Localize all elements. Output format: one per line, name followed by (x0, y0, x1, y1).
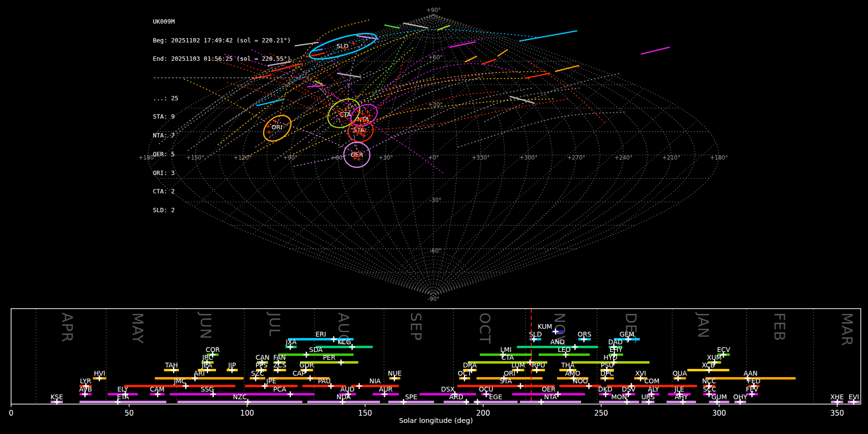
activity-label-ard: ARD (449, 393, 463, 401)
peak-marker-and (572, 344, 578, 350)
equator-longitude-label: +300° (519, 154, 537, 161)
meteor-track (364, 92, 499, 126)
x-axis-tick-label: 350 (830, 409, 844, 418)
equator-longitude-label: +240° (614, 154, 632, 161)
x-axis-tick-label: 150 (358, 409, 372, 418)
activity-label-hyd: HYD (604, 353, 618, 361)
activity-label-dad: DAD (608, 338, 623, 346)
count-sld: SLD: 2 (153, 207, 309, 214)
x-axis-tick-label: 250 (594, 409, 608, 418)
activity-label-nda: NDA (337, 393, 351, 401)
activity-label-dsx: DSX (441, 385, 455, 393)
activity-bar-jmc (124, 385, 235, 387)
meteor-trail-segment (438, 26, 449, 30)
month-label-jun: JUN (197, 312, 214, 339)
activity-label-aur: AUR (379, 385, 393, 393)
activity-label-zcs: ZCS (273, 361, 286, 369)
month-label-sep: SEP (407, 312, 424, 341)
activity-label-rpu: RPU (532, 361, 545, 369)
latitude-label: +90° (426, 7, 441, 14)
meteor-track (365, 99, 569, 130)
activity-label-tha: THA (561, 361, 575, 369)
pole-fan-arc (402, 256, 464, 271)
plot-canvas: SLDCTANTASTAOERORI+180°+150°+120°+90°+60… (0, 0, 868, 434)
activity-label-ahy: AHY (675, 393, 688, 401)
activity-bar-kcg (316, 346, 373, 348)
activity-label-sda: SDA (309, 346, 323, 353)
activity-label-aan: AAN (744, 369, 758, 377)
activity-label-xcb: XCB (702, 361, 715, 369)
activity-bar-eta (80, 401, 166, 403)
meteor-trail-segment (641, 47, 669, 54)
activity-bar-pau (302, 385, 346, 387)
radiant-marker (352, 41, 355, 45)
activity-label-and: AND (550, 338, 565, 346)
activity-label-gdr: GDR (299, 361, 314, 369)
count-oer: OER: 5 (153, 151, 309, 158)
month-label-jan: JAN (695, 312, 712, 339)
activity-label-nia: NIA (369, 377, 381, 385)
meteor-observation-screen: { "header": { "lines": [ "UK009M", "Beg:… (0, 0, 868, 434)
activity-label-cap: CAP (293, 369, 306, 377)
activity-label-dra: DRA (463, 361, 477, 369)
activity-label-per: PER (323, 353, 335, 361)
equator-longitude-label: +60° (331, 154, 345, 161)
activity-label-jea: JEA (201, 361, 213, 369)
activity-label-jxa: JXA (285, 338, 297, 346)
x-axis-tick-label: 100 (240, 409, 254, 418)
activity-label-ehy: EHY (610, 346, 623, 353)
equator-longitude-label: +210° (662, 154, 680, 161)
count-nta: NTA: 7 (153, 133, 309, 139)
peak-marker-per (338, 360, 344, 366)
activity-label-nzc: NZC (233, 393, 247, 401)
activity-label-qua: QUA (673, 369, 688, 377)
activity-timeline: APRMAYJUNJULAUGSEPOCTNOVDECJANFEBMARKUME… (9, 309, 861, 418)
activity-label-sta: STA (500, 377, 513, 385)
peak-marker-nia (356, 383, 362, 389)
month-label-jul: JUL (266, 312, 283, 337)
activity-label-gem: GEM (620, 330, 635, 338)
pole-fan-arc (417, 27, 449, 35)
month-label-may: MAY (129, 312, 146, 344)
activity-bar-ari (155, 377, 244, 380)
meteor-trail-segment (450, 42, 475, 47)
meteor-trail-segment (404, 23, 428, 28)
count-cta: CTA: 2 (153, 189, 309, 195)
count-ori: ORI: 3 (153, 170, 309, 176)
activity-label-ege: EGE (489, 393, 502, 401)
activity-label-fan: FAN (273, 353, 286, 361)
activity-label-pca: PCA (273, 385, 287, 393)
x-axis-tick-label: 300 (712, 409, 726, 418)
meteor-track (439, 88, 581, 126)
pole-fan-arc (414, 29, 452, 39)
activity-label-szc: SZC (251, 369, 264, 377)
activity-bar-noo (559, 385, 601, 387)
activity-bar-nta (520, 401, 581, 403)
activity-label-nta: NTA (544, 393, 557, 401)
peak-marker-pca (287, 392, 293, 397)
activity-label-amo: AMO (565, 369, 581, 377)
meteor-track (375, 64, 522, 107)
activity-label-aly: ALY (648, 385, 659, 393)
equator-longitude-label: +0° (428, 154, 439, 161)
activity-label-ely: ELY (117, 385, 128, 393)
activity-label-ori: ORI (504, 369, 515, 377)
activity-label-ssg: SSG (201, 385, 214, 393)
x-axis-tick-label: 0 (9, 409, 14, 418)
latitude-label: +60° (428, 54, 443, 61)
end-time: End: 20251103 01:56:25 (sol = 220.55°) (153, 56, 309, 62)
month-label-feb: FEB (771, 312, 788, 341)
month-label-mar: MAR (839, 312, 855, 346)
latitude-label: -60° (430, 247, 442, 254)
activity-label-oer: OER (542, 385, 556, 393)
x-axis-title: Solar longitude (deg) (399, 417, 473, 424)
equator-longitude-label: +270° (567, 154, 585, 161)
peak-marker-sta (517, 383, 523, 389)
meteor-track (458, 112, 627, 147)
activity-label-tah: TAH (164, 361, 178, 369)
meteor-trail-segment (498, 50, 507, 56)
activity-bar-sta (457, 385, 555, 387)
x-axis-tick-label: 50 (124, 409, 134, 418)
activity-label-kcg: KCG (338, 338, 351, 346)
station-id: UK009M (153, 19, 309, 25)
